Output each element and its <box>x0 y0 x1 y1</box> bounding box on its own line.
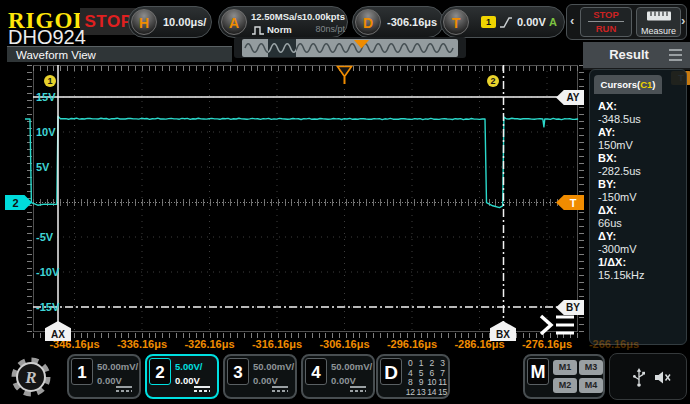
dc-coupling-icon <box>272 386 288 392</box>
trigger-settings-button[interactable]: T 1 0.00V A <box>440 6 565 38</box>
stop-run-button[interactable]: STOP RUN <box>580 7 632 37</box>
dc-coupling-icon <box>194 386 210 392</box>
volt-label: 15V <box>36 90 56 104</box>
math-m1-button[interactable]: M1 <box>553 360 577 375</box>
channel-button-1[interactable]: 150.00mV/0.00V <box>67 354 141 399</box>
gear-icon: R <box>8 354 54 400</box>
result-row-value: -300mV <box>598 243 684 256</box>
trigger-mode: Norm <box>267 24 292 35</box>
result-row-value: -282.5us <box>598 165 684 178</box>
time-label: -316.16μs <box>242 338 312 351</box>
channel-button-3[interactable]: 350.00mV/0.00V <box>223 354 297 399</box>
channel-scale: 50.00mV/ <box>331 361 372 372</box>
time-label: -296.16μs <box>377 338 447 351</box>
trigger-source-badge: 1 <box>481 16 496 28</box>
result-row-label: ΔX: <box>598 204 684 217</box>
sound-muted-icon[interactable] <box>654 370 672 385</box>
volt-label: -10V <box>36 265 59 279</box>
result-row-value: 66us <box>598 217 684 230</box>
trigger-icon: T <box>443 9 469 35</box>
channel-offset: 0.00V <box>253 375 278 386</box>
result-row-label: BY: <box>598 178 684 191</box>
time-label: -306.16μs <box>310 338 380 351</box>
toolbar-group: ‹ STOP RUN Measure › <box>566 4 687 40</box>
channel-number-badge: 1 <box>71 358 93 385</box>
channel-offset: 0.00V <box>331 375 356 386</box>
horizontal-delay-button[interactable]: D -306.16μs <box>352 6 444 38</box>
memory-preview-waves <box>242 39 458 57</box>
result-row-value: -150mV <box>598 191 684 204</box>
toolbar-prev-arrow[interactable]: ‹ <box>570 13 574 28</box>
trigger-status: A <box>549 7 557 37</box>
math-m4-button[interactable]: M4 <box>579 378 603 393</box>
result-row-value: -348.5us <box>598 113 684 126</box>
trigger-level-value: 0.00V <box>517 7 546 37</box>
channel-scale: 50.00mV/ <box>253 361 294 372</box>
memory-preview-scrollbar[interactable] <box>242 39 458 57</box>
volt-label: -15V <box>36 300 59 314</box>
cursor-results-list: AX:-348.5usAY:150mVBX:-282.5usBY:-150mVΔ… <box>598 100 684 282</box>
channel-scale: 50.00mV/ <box>97 361 138 372</box>
math-channels-button[interactable]: M M1 M3 M2 M4 <box>523 354 605 399</box>
math-m3-button[interactable]: M3 <box>579 360 603 375</box>
math-badge: M <box>527 358 549 385</box>
result-menu-icon[interactable] <box>669 49 682 51</box>
cursors-result-tab[interactable]: Cursors(C1) <box>594 75 662 94</box>
digital-bit-row: 12131415 <box>405 388 448 398</box>
toolbar-next-arrow[interactable]: › <box>681 13 685 28</box>
measure-label: Measure <box>637 26 680 37</box>
result-panel-body: Cursors(C1) AX:-348.5usAY:150mVBX:-282.5… <box>589 69 687 345</box>
acquire-button[interactable]: A 12.50MSa/s Norm 10.00kpts 80ns/pt <box>218 6 348 38</box>
ruler-icon <box>646 10 672 22</box>
memory-depth: 10.00kpts <box>301 11 345 22</box>
sample-resolution: 80ns/pt <box>301 24 345 34</box>
utility-panel <box>609 353 687 400</box>
channel-scale: 5.00V/ <box>175 361 202 372</box>
h-icon: H <box>131 9 157 35</box>
channel-button-4[interactable]: 450.00mV/0.00V <box>301 354 375 399</box>
memory-view-window[interactable] <box>268 39 296 57</box>
time-label-dimmed: -266.16μs <box>579 338 649 351</box>
oscilloscope-screen: 15V10V5V-5V-10V-15V -346.16μs-336.16μs-3… <box>0 0 690 404</box>
result-row-label: 1/ΔX: <box>598 256 684 269</box>
stop-label: STOP <box>581 8 631 21</box>
result-row-label: AX: <box>598 100 684 113</box>
result-row-label: ΔY: <box>598 230 684 243</box>
time-label: -336.16μs <box>107 338 177 351</box>
channel-number-badge: 2 <box>149 358 171 385</box>
expand-menu-icon[interactable] <box>536 312 578 338</box>
acquire-icon: A <box>221 9 247 35</box>
digital-bit-grid: 0123456789101112131415 <box>405 359 448 397</box>
channel-number-badge: 3 <box>227 358 249 385</box>
channel-button-2[interactable]: 25.00V/0.00V <box>145 354 219 399</box>
waveform-view-tab[interactable]: Waveform View <box>7 46 232 62</box>
digital-channels-button[interactable]: D 0123456789101112131415 <box>376 354 450 399</box>
measure-button[interactable]: Measure <box>636 7 681 37</box>
channel-number-badge: 4 <box>305 358 327 385</box>
result-panel-header[interactable]: Result <box>583 42 690 70</box>
cursor-b-badge: 2 <box>487 75 499 87</box>
volt-label: -5V <box>36 230 53 244</box>
horizontal-scale-value: 10.00μs/ <box>163 7 206 37</box>
result-row-label: BX: <box>598 152 684 165</box>
result-panel-title: Result <box>583 47 675 62</box>
volt-label: 10V <box>36 125 56 139</box>
dc-coupling-icon <box>350 386 366 392</box>
delay-value: -306.16μs <box>387 7 437 37</box>
math-m2-button[interactable]: M2 <box>553 378 577 393</box>
trigger-position-marker <box>338 67 352 77</box>
volt-label: 5V <box>36 160 49 174</box>
cursor-a-badge: 1 <box>44 75 56 87</box>
result-row-value: 15.15kHz <box>598 269 684 282</box>
delay-icon: D <box>355 9 381 35</box>
sample-rate: 12.50MSa/s <box>251 11 302 22</box>
result-row-value: 150mV <box>598 139 684 152</box>
rising-edge-icon <box>499 16 513 29</box>
dc-coupling-icon <box>116 386 132 392</box>
usb-icon <box>632 367 646 388</box>
rigol-gear-logo: R <box>6 353 58 401</box>
time-label: -326.16μs <box>175 338 245 351</box>
channel-offset: 0.00V <box>97 375 122 386</box>
channel-offset: 0.00V <box>175 375 200 386</box>
horizontal-scale-button[interactable]: H 10.00μs/ <box>128 6 212 38</box>
